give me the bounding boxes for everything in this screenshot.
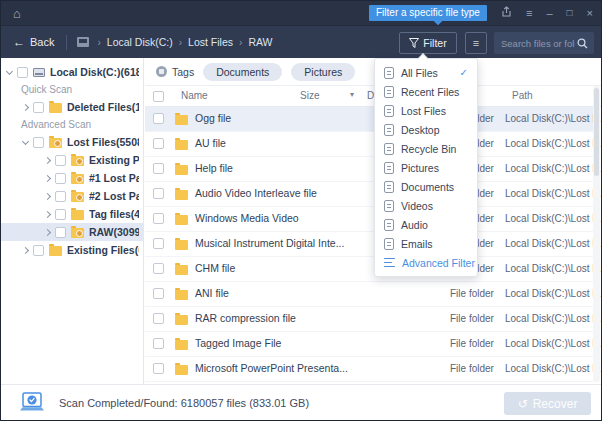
search-icon[interactable] (577, 38, 588, 49)
menu-item-recent-files[interactable]: Recent Files (375, 82, 477, 101)
table-row[interactable]: Musical Instrument Digital Inte... File … (145, 232, 593, 257)
table-row[interactable]: Windows Media Video File folder Local Di… (145, 207, 593, 232)
menu-item-label: Documents (401, 181, 454, 193)
checkbox[interactable] (153, 338, 164, 349)
chevron-down-icon[interactable] (6, 67, 13, 74)
checkbox[interactable] (55, 173, 66, 184)
chip-pictures[interactable]: Pictures (291, 63, 355, 81)
breadcrumb-item-lost-files[interactable]: Lost Files (188, 36, 233, 48)
menu-item-pictures[interactable]: Pictures (375, 158, 477, 177)
sidebar-item-tag-files[interactable]: Tag files(40) (1, 205, 143, 223)
select-all-checkbox[interactable] (153, 91, 164, 102)
file-path: Local Disk(C:)\Lost F... (505, 313, 602, 324)
table-row[interactable]: AU file File folder Local Disk(C:)\Lost … (145, 132, 593, 157)
sort-icon[interactable]: ▾ (350, 90, 354, 99)
scrollbar[interactable] (593, 86, 600, 382)
view-mode-button[interactable]: ≡ (465, 32, 487, 54)
recent-files-icon (384, 86, 394, 98)
share-icon[interactable] (501, 6, 512, 20)
file-list-panel: Tags Documents Pictures Name Size ▾ Date… (145, 58, 601, 384)
checkbox[interactable] (33, 102, 44, 113)
back-button[interactable]: ← Back (13, 35, 54, 49)
chevron-right-icon[interactable] (44, 174, 51, 181)
sidebar-item-1-lost-partition[interactable]: #1 Lost Pa... (1, 169, 143, 187)
file-name: Ogg file (195, 112, 231, 124)
chevron-right-icon[interactable] (22, 103, 29, 110)
checkbox[interactable] (17, 67, 28, 78)
chevron-down-icon[interactable] (22, 137, 29, 144)
table-row[interactable]: RAR compression file File folder Local D… (145, 307, 593, 332)
checkbox[interactable] (153, 188, 164, 199)
chevron-right-icon[interactable] (44, 192, 51, 199)
chevron-right-icon[interactable] (44, 210, 51, 217)
breadcrumb-item-raw[interactable]: RAW (248, 36, 272, 48)
file-path: Local Disk(C:)\Lost F... (505, 138, 602, 149)
sidebar-item-existing-files[interactable]: Existing Files(65... (1, 241, 143, 259)
menu-icon[interactable]: ≡ (526, 8, 532, 19)
table-row[interactable]: Ogg file File folder Local Disk(C:)\Lost… (145, 107, 593, 132)
scrollbar-thumb[interactable] (594, 88, 599, 176)
tree-label: Lost Files(55084... (67, 136, 139, 148)
search-input[interactable] (494, 38, 577, 49)
sidebar-item-lost-files[interactable]: Lost Files(55084... (1, 133, 143, 151)
minimize-icon[interactable]: – (546, 8, 552, 19)
menu-item-audio[interactable]: Audio (375, 215, 477, 234)
breadcrumb-item-local-disk[interactable]: Local Disk(C:) (107, 36, 173, 48)
home-icon[interactable]: ⌂ (13, 7, 21, 20)
checkbox[interactable] (153, 138, 164, 149)
sidebar-item-raw[interactable]: RAW(30998) (1, 223, 143, 241)
menu-item-lost-files[interactable]: Lost Files (375, 101, 477, 120)
close-icon[interactable]: × (587, 8, 593, 19)
tree-label: #2 Lost Pa... (89, 190, 139, 202)
table-row[interactable]: Tagged Image File File folder Local Disk… (145, 332, 593, 357)
checkbox[interactable] (153, 313, 164, 324)
maximize-icon[interactable]: □ (567, 8, 573, 18)
filter-button[interactable]: Filter (399, 32, 457, 54)
checkbox[interactable] (55, 191, 66, 202)
menu-item-advanced-filter[interactable]: Advanced Filter (375, 253, 477, 272)
tags-label: Tags (172, 66, 194, 78)
menu-item-documents[interactable]: Documents (375, 177, 477, 196)
menu-item-label: Recent Files (401, 86, 459, 98)
checkbox[interactable] (153, 163, 164, 174)
column-header-size[interactable]: Size (300, 90, 319, 101)
checkbox[interactable] (55, 155, 66, 166)
sidebar-item-2-lost-partition[interactable]: #2 Lost Pa... (1, 187, 143, 205)
checkbox[interactable] (153, 238, 164, 249)
table-row[interactable]: Help file File folder Local Disk(C:)\Los… (145, 157, 593, 182)
menu-item-recycle-bin[interactable]: Recycle Bin (375, 139, 477, 158)
checkbox[interactable] (153, 288, 164, 299)
checkbox[interactable] (153, 263, 164, 274)
table-header: Name Size ▾ Date Type Path (145, 85, 601, 107)
chevron-right-icon[interactable] (44, 156, 51, 163)
checkbox[interactable] (55, 209, 66, 220)
sidebar-item-deleted-files[interactable]: Deleted Files(12... (1, 98, 143, 116)
table-row[interactable]: Audio Video Interleave file File folder … (145, 182, 593, 207)
chevron-right-icon[interactable] (44, 228, 51, 235)
chevron-right-icon[interactable] (22, 246, 29, 253)
menu-item-emails[interactable]: Emails (375, 234, 477, 253)
column-header-path[interactable]: Path (512, 90, 533, 101)
checkbox[interactable] (153, 113, 164, 124)
file-name: Windows Media Video (195, 212, 299, 224)
checkbox[interactable] (153, 363, 164, 374)
chip-documents[interactable]: Documents (203, 63, 282, 81)
file-path: Local Disk(C:)\Lost F... (505, 238, 602, 249)
recover-button[interactable]: ↺ Recover (504, 392, 591, 415)
folder-icon (175, 165, 188, 175)
checkbox[interactable] (33, 137, 44, 148)
menu-item-desktop[interactable]: Desktop (375, 120, 477, 139)
sidebar-item-existing-partition[interactable]: Existing Pa... (1, 151, 143, 169)
table-row[interactable]: CHM file File folder Local Disk(C:)\Lost… (145, 257, 593, 282)
checkbox[interactable] (33, 245, 44, 256)
column-header-name[interactable]: Name (181, 90, 208, 101)
menu-item-videos[interactable]: Videos (375, 196, 477, 215)
checkbox[interactable] (55, 227, 66, 238)
menu-item-all-files[interactable]: All Files ✓ (375, 63, 477, 82)
table-row[interactable]: Microsoft PowerPoint Presenta... File fo… (145, 357, 593, 382)
sidebar-item-local-disk[interactable]: Local Disk(C:)(6180057) (1, 63, 143, 81)
breadcrumb: › Local Disk(C:) › Lost Files › RAW (97, 36, 272, 48)
table-row[interactable]: ANI file File folder Local Disk(C:)\Lost… (145, 282, 593, 307)
folder-icon (175, 240, 188, 250)
checkbox[interactable] (153, 213, 164, 224)
